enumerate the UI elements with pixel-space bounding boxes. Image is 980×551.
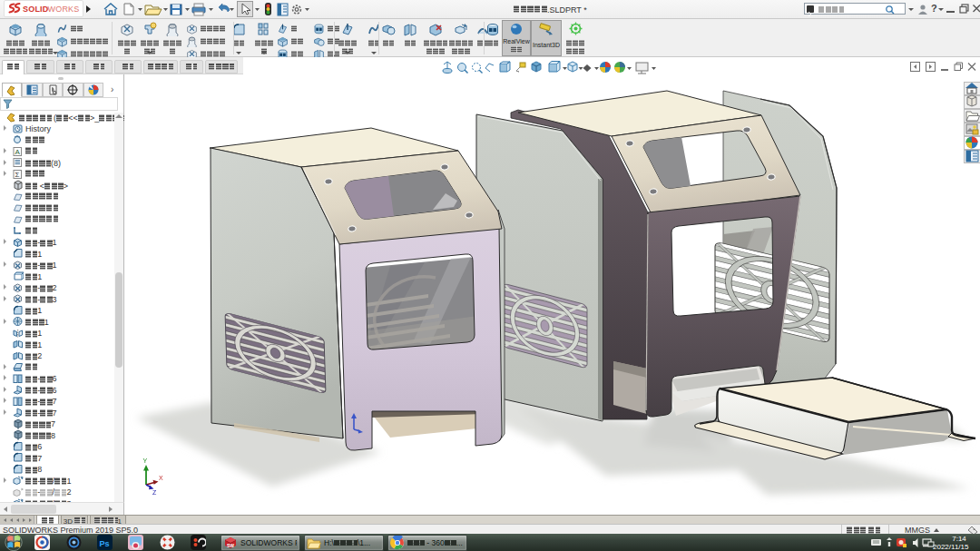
svg-text:WORKS: WORKS bbox=[48, 5, 80, 14]
svg-text:Z: Z bbox=[152, 489, 157, 496]
svg-text:A: A bbox=[15, 148, 21, 156]
svg-text:SW: SW bbox=[227, 543, 234, 548]
svg-text:SOLID: SOLID bbox=[23, 5, 49, 14]
svg-text:Y: Y bbox=[143, 458, 148, 464]
svg-text:X: X bbox=[159, 475, 163, 481]
svg-text:Ps: Ps bbox=[100, 539, 110, 548]
svg-text:Σ: Σ bbox=[15, 171, 20, 179]
